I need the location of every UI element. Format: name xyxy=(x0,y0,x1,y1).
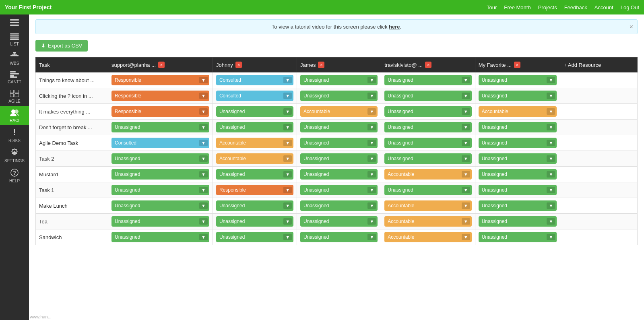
nav-link-tour[interactable]: Tour xyxy=(487,4,497,10)
remove-col-col2[interactable]: × xyxy=(235,62,242,68)
nav-link-feedback[interactable]: Feedback xyxy=(564,4,587,10)
raci-dropdown-button[interactable]: Accountable▼ xyxy=(384,232,471,242)
raci-dropdown-button[interactable]: Unassigned▼ xyxy=(216,200,293,211)
nav-link-projects[interactable]: Projects xyxy=(538,4,557,10)
banner-close-button[interactable]: × xyxy=(630,23,633,31)
dropdown-caret-icon: ▼ xyxy=(547,124,555,130)
raci-dropdown-button[interactable]: Unassigned▼ xyxy=(111,185,209,195)
dropdown-caret-icon: ▼ xyxy=(547,93,555,99)
raci-dropdown-button[interactable]: Consulted▼ xyxy=(216,75,293,85)
raci-dropdown-button[interactable]: Unassigned▼ xyxy=(479,232,557,242)
dropdown-caret-icon: ▼ xyxy=(199,234,208,240)
raci-dropdown-button[interactable]: Unassigned▼ xyxy=(111,200,209,211)
raci-cell: Unassigned▼ xyxy=(381,72,475,88)
raci-dropdown-button[interactable]: Accountable▼ xyxy=(300,106,378,117)
dropdown-caret-icon: ▼ xyxy=(547,171,555,178)
raci-value: Unassigned xyxy=(115,203,140,209)
sidebar-label-list: LIST xyxy=(10,42,19,46)
raci-dropdown-button[interactable]: Unassigned▼ xyxy=(384,91,471,101)
remove-col-col5[interactable]: × xyxy=(514,62,520,68)
dropdown-caret-icon: ▼ xyxy=(462,218,470,225)
remove-col-col4[interactable]: × xyxy=(425,62,431,68)
remove-col-col1[interactable]: × xyxy=(158,62,165,68)
col-header-task: Task xyxy=(36,58,108,72)
svg-rect-16 xyxy=(10,76,17,78)
raci-dropdown-button[interactable]: Unassigned▼ xyxy=(111,169,209,180)
raci-dropdown-button[interactable]: Unassigned▼ xyxy=(384,122,471,132)
raci-dropdown-button[interactable]: Unassigned▼ xyxy=(111,153,209,164)
raci-dropdown-button[interactable]: Unassigned▼ xyxy=(479,138,557,148)
raci-dropdown-button[interactable]: Unassigned▼ xyxy=(384,75,471,85)
raci-dropdown-button[interactable]: Accountable▼ xyxy=(384,200,471,211)
raci-cell: Accountable▼ xyxy=(381,198,475,214)
raci-dropdown-button[interactable]: Unassigned▼ xyxy=(479,75,557,85)
raci-dropdown-button[interactable]: Unassigned▼ xyxy=(216,106,293,117)
raci-value: Accountable xyxy=(388,219,414,224)
raci-dropdown-button[interactable]: Unassigned▼ xyxy=(300,200,378,211)
raci-dropdown-button[interactable]: Unassigned▼ xyxy=(479,153,557,164)
sidebar-item-raci[interactable]: RACI xyxy=(0,106,29,125)
add-resource-label[interactable]: + Add Resource xyxy=(564,62,601,68)
raci-dropdown-button[interactable]: Consulted▼ xyxy=(111,138,209,148)
raci-dropdown-button[interactable]: Responsible▼ xyxy=(111,106,209,117)
nav-link-free-month[interactable]: Free Month xyxy=(504,4,530,10)
dropdown-caret-icon: ▼ xyxy=(199,187,208,193)
raci-dropdown-button[interactable]: Unassigned▼ xyxy=(111,216,209,227)
raci-value: Unassigned xyxy=(482,93,507,99)
sidebar-item-help[interactable]: ?HELP xyxy=(0,165,29,186)
sidebar-item-menu[interactable] xyxy=(0,16,29,30)
raci-dropdown-button[interactable]: Responsible▼ xyxy=(111,75,209,85)
sidebar-item-gantt[interactable]: GANTT xyxy=(0,68,29,87)
sidebar-item-settings[interactable]: SETTINGS xyxy=(0,145,29,165)
raci-dropdown-button[interactable]: Unassigned▼ xyxy=(479,200,557,211)
raci-dropdown-button[interactable]: Unassigned▼ xyxy=(300,75,378,85)
raci-dropdown-button[interactable]: Unassigned▼ xyxy=(216,122,293,132)
nav-link-account[interactable]: Account xyxy=(594,4,613,10)
raci-dropdown-button[interactable]: Unassigned▼ xyxy=(300,169,378,180)
raci-dropdown-button[interactable]: Consulted▼ xyxy=(216,91,293,101)
wbs-icon xyxy=(10,52,19,61)
raci-dropdown-button[interactable]: Unassigned▼ xyxy=(300,185,378,195)
raci-dropdown-button[interactable]: Unassigned▼ xyxy=(384,106,471,117)
raci-dropdown-button[interactable]: Accountable▼ xyxy=(216,153,293,164)
raci-dropdown-button[interactable]: Accountable▼ xyxy=(479,106,557,117)
raci-dropdown-button[interactable]: Unassigned▼ xyxy=(300,216,378,227)
raci-dropdown-button[interactable]: Unassigned▼ xyxy=(384,138,471,148)
raci-dropdown-button[interactable]: Unassigned▼ xyxy=(479,91,557,101)
raci-dropdown-button[interactable]: Unassigned▼ xyxy=(479,216,557,227)
raci-dropdown-button[interactable]: Accountable▼ xyxy=(384,216,471,227)
raci-dropdown-button[interactable]: Unassigned▼ xyxy=(216,232,293,242)
add-resource-cell xyxy=(560,229,638,245)
remove-col-col3[interactable]: × xyxy=(318,62,324,68)
raci-table: Tasksupport@planha ...×Johnny×James×trav… xyxy=(35,57,638,245)
svg-rect-2 xyxy=(10,25,19,26)
raci-dropdown-button[interactable]: Unassigned▼ xyxy=(216,169,293,180)
banner-link[interactable]: here xyxy=(389,24,400,30)
dropdown-caret-icon: ▼ xyxy=(462,93,470,99)
export-csv-button[interactable]: ⬇ Export as CSV xyxy=(35,40,88,52)
task-name: Don't forget to break ... xyxy=(36,120,108,135)
raci-dropdown-button[interactable]: Unassigned▼ xyxy=(384,185,471,195)
nav-link-log-out[interactable]: Log Out xyxy=(621,4,639,10)
sidebar-item-risks[interactable]: !RISKS xyxy=(0,125,29,145)
raci-dropdown-button[interactable]: Unassigned▼ xyxy=(300,153,378,164)
raci-dropdown-button[interactable]: Unassigned▼ xyxy=(384,153,471,164)
raci-dropdown-button[interactable]: Accountable▼ xyxy=(384,169,471,180)
raci-dropdown-button[interactable]: Unassigned▼ xyxy=(111,122,209,132)
raci-dropdown-button[interactable]: Unassigned▼ xyxy=(479,122,557,132)
raci-dropdown-button[interactable]: Unassigned▼ xyxy=(300,232,378,242)
dropdown-caret-icon: ▼ xyxy=(367,187,376,193)
raci-dropdown-button[interactable]: Unassigned▼ xyxy=(479,169,557,180)
raci-dropdown-button[interactable]: Unassigned▼ xyxy=(216,216,293,227)
raci-dropdown-button[interactable]: Responsible▼ xyxy=(216,185,293,195)
raci-dropdown-button[interactable]: Unassigned▼ xyxy=(300,122,378,132)
raci-dropdown-button[interactable]: Unassigned▼ xyxy=(300,138,378,148)
raci-dropdown-button[interactable]: Unassigned▼ xyxy=(479,185,557,195)
raci-dropdown-button[interactable]: Unassigned▼ xyxy=(111,232,209,242)
raci-dropdown-button[interactable]: Responsible▼ xyxy=(111,91,209,101)
raci-dropdown-button[interactable]: Accountable▼ xyxy=(216,138,293,148)
sidebar-item-wbs[interactable]: WBS xyxy=(0,49,29,68)
sidebar-item-list[interactable]: LIST xyxy=(0,30,29,49)
raci-dropdown-button[interactable]: Unassigned▼ xyxy=(300,91,378,101)
sidebar-item-agile[interactable]: AGILE xyxy=(0,87,29,106)
